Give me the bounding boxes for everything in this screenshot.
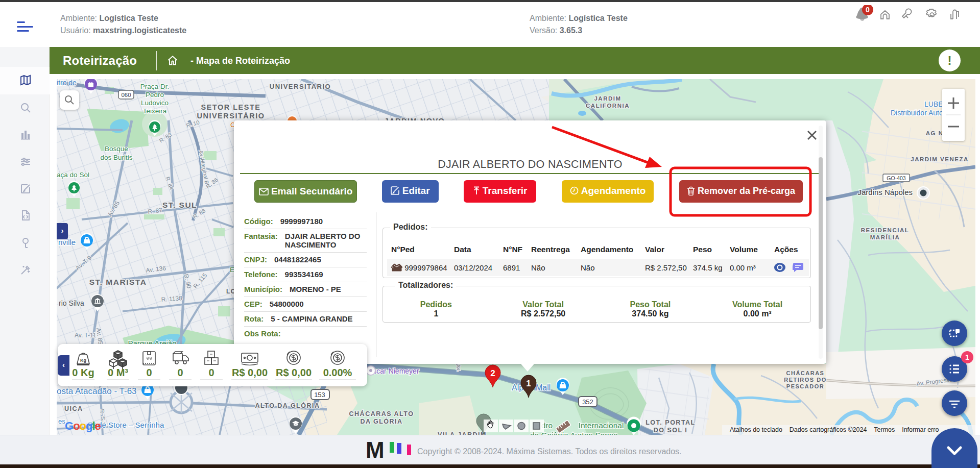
svg-text:Mall: Mall <box>536 383 551 392</box>
svg-text:R. 1138: R. 1138 <box>161 294 182 303</box>
svg-text:0: 0 <box>177 367 183 378</box>
svg-text:JARDIM VENEZA: JARDIM VENEZA <box>911 156 968 162</box>
svg-text:LOT. PORTAL: LOT. PORTAL <box>646 419 696 426</box>
svg-text:R. 84: R. 84 <box>164 176 175 191</box>
svg-text:UNIVERSITARIO: UNIVERSITARIO <box>270 83 331 90</box>
svg-text:UNIVERSITÁRIO: UNIVERSITÁRIO <box>197 112 265 120</box>
svg-text:Bosque: Bosque <box>105 145 128 153</box>
svg-text:R. 87: R. 87 <box>148 207 163 215</box>
svg-text:Pedro: Pedro <box>146 91 164 98</box>
svg-text:VILA JARDIM: VILA JARDIM <box>438 431 487 435</box>
svg-text:R. 90: R. 90 <box>182 273 193 289</box>
svg-text:itro de: itro de <box>57 79 77 87</box>
svg-text:Av. Marginal B: Av. Marginal B <box>198 150 210 184</box>
svg-text:0 M³: 0 M³ <box>108 367 128 378</box>
svg-text:Kg: Kg <box>80 358 86 363</box>
svg-text:0: 0 <box>146 367 152 378</box>
svg-text:0 Kg: 0 Kg <box>72 367 94 378</box>
svg-text:MARÍLIA: MARÍLIA <box>870 234 900 240</box>
svg-text:aça do Sol: aça do Sol <box>57 171 89 179</box>
svg-text:Av.: Av. <box>455 363 462 372</box>
svg-text:GO-403: GO-403 <box>887 175 906 181</box>
svg-text:dos Buritis: dos Buritis <box>100 154 132 161</box>
svg-text:DO SOL I: DO SOL I <box>654 427 688 434</box>
svg-text:DA GLÓRIA: DA GLÓRIA <box>360 417 402 425</box>
svg-text:R$ 0,00: R$ 0,00 <box>276 367 312 378</box>
svg-text:R. 115: R. 115 <box>192 272 209 290</box>
svg-text:Jardins Nápoles: Jardins Nápoles <box>857 188 913 196</box>
svg-text:0: 0 <box>208 367 214 378</box>
svg-text:CALIFORNIA: CALIFORNIA <box>586 103 630 109</box>
svg-text:SETOR LESTE: SETOR LESTE <box>201 103 261 111</box>
svg-text:153: 153 <box>314 391 325 399</box>
svg-text:RESIDENCIAL: RESIDENCIAL <box>861 227 909 233</box>
svg-text:2: 2 <box>490 368 495 378</box>
svg-text:Ludovico: Ludovico <box>141 99 169 107</box>
svg-text:LUBE: LUBE <box>924 100 943 108</box>
svg-text:Av. T-11: Av. T-11 <box>75 332 97 339</box>
svg-text:CHÁCARAS ALTO: CHÁCARAS ALTO <box>349 410 414 417</box>
svg-text:Av. 85: Av. 85 <box>106 200 121 218</box>
svg-text:Internacional: Internacional <box>579 421 624 430</box>
svg-text:352: 352 <box>582 398 593 406</box>
svg-text:R. 10: R. 10 <box>185 119 200 129</box>
svg-text:ALTO DA GLÓRIA: ALTO DA GLÓRIA <box>255 402 320 409</box>
svg-text:PESCADOR: PESCADOR <box>786 383 824 389</box>
svg-text:CHÁCARAS: CHÁCARAS <box>786 370 825 376</box>
svg-text:Praça Dr.: Praça Dr. <box>140 83 169 90</box>
svg-text:Av. T-9: Av. T-9 <box>74 254 93 272</box>
svg-text:osta Atacadão - T-63: osta Atacadão - T-63 <box>57 386 137 396</box>
svg-text:rio Silva: rio Silva <box>59 299 84 307</box>
svg-text:0.00%: 0.00% <box>323 367 352 378</box>
svg-text:JARDIM: JARDIM <box>594 95 621 102</box>
svg-text:0: 0 <box>866 6 870 14</box>
svg-text:Distribuidor Autoriz: Distribuidor Autoriz <box>891 109 951 117</box>
svg-text:Av. 136: Av. 136 <box>146 264 166 274</box>
svg-text:060: 060 <box>121 92 131 98</box>
svg-text:Av. 85: Av. 85 <box>95 328 104 346</box>
svg-text:Teixeira: Teixeira <box>143 107 167 115</box>
svg-text:RETIROS DO: RETIROS DO <box>784 377 826 383</box>
svg-text:R. 83: R. 83 <box>158 131 173 143</box>
svg-text:R$ 0,00: R$ 0,00 <box>232 367 268 378</box>
svg-text:ST. MARISTA: ST. MARISTA <box>89 278 147 286</box>
svg-text:1: 1 <box>526 379 531 388</box>
svg-text:ST. SUL: ST. SUL <box>162 201 197 209</box>
svg-text:UICA: UICA <box>64 405 83 412</box>
